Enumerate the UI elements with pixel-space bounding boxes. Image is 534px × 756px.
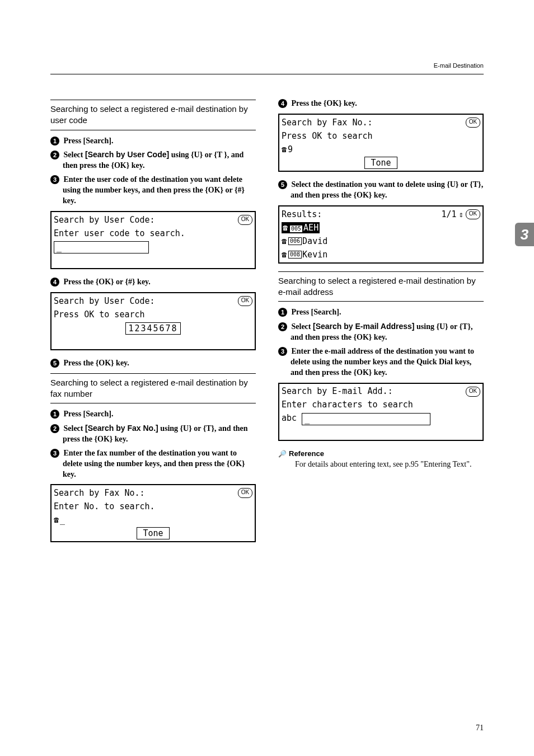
step-4: 4 Press the {OK} or {#} key. xyxy=(63,277,256,288)
input-mode: abc xyxy=(282,412,297,424)
lcd-input: _ xyxy=(54,241,149,253)
header-rule xyxy=(50,74,484,74)
tone-button: Tone xyxy=(364,157,397,169)
reference-header: Reference xyxy=(278,449,484,459)
step-text: Press [Search]. xyxy=(64,137,114,145)
ok-badge: OK xyxy=(466,209,480,219)
lcd-line: Search by E-mail Add.: xyxy=(282,386,393,397)
step-text: Enter the user code of the destination y… xyxy=(63,175,245,205)
step-text-a: Select xyxy=(64,424,85,433)
step-3: 3 Enter the e-mail address of the destin… xyxy=(291,346,484,378)
step-text: Enter the fax number of the destination … xyxy=(63,449,245,478)
ui-label: [Search by Fax No.] xyxy=(85,424,158,433)
lcd-input-text: 9 xyxy=(288,144,293,155)
page-number: 71 xyxy=(476,723,484,734)
phone-icon xyxy=(282,249,288,260)
step-4: 4 Press the {OK} key. xyxy=(291,98,484,109)
step-text-a: Select xyxy=(64,151,85,159)
entry-code: 006 xyxy=(288,237,302,245)
lcd-line: Search by Fax No.: xyxy=(282,117,373,128)
step-2: 2 Select [Search by Fax No.] using {U} o… xyxy=(63,423,256,445)
entry-text: Kevin xyxy=(302,249,327,260)
step-text: Enter the e-mail address of the destinat… xyxy=(291,347,474,377)
ui-label: [Search by E-mail Address] xyxy=(313,322,415,331)
ui-label: [Search by User Code] xyxy=(85,150,169,159)
lcd-line: Results: xyxy=(282,209,322,220)
step-1: 1 Press [Search]. xyxy=(291,307,484,318)
lcd-line: Search by User Code: xyxy=(54,295,155,307)
step-5: 5 Press the {OK} key. xyxy=(63,358,256,369)
entry-code: 008 xyxy=(288,251,302,259)
step-3: 3 Enter the user code of the destination… xyxy=(63,175,256,206)
result-count: 1/1 xyxy=(441,209,456,220)
lcd-search-email: Search by E-mail Add.:OK Enter character… xyxy=(278,383,484,441)
lcd-input: _ xyxy=(302,413,430,425)
step-2: 2 Select [Search by User Code] using {U}… xyxy=(63,149,256,171)
lcd-search-fax: Search by Fax No.:OK Enter No. to search… xyxy=(50,484,256,542)
lcd-line: Search by User Code: xyxy=(54,214,155,226)
step-text: Press the {OK} key. xyxy=(64,359,129,367)
lcd-line: Enter characters to search xyxy=(282,399,413,410)
ok-badge: OK xyxy=(238,296,252,306)
step-5: 5 Select the destination you want to del… xyxy=(291,180,484,201)
reference-text: For details about entering text, see p.9… xyxy=(295,459,484,470)
step-3: 3 Enter the fax number of the destinatio… xyxy=(63,448,256,480)
phone-icon xyxy=(54,514,60,525)
tone-button: Tone xyxy=(137,527,169,539)
lcd-input: 12345678 xyxy=(125,322,180,335)
step-1: 1 Press [Search]. xyxy=(63,409,256,420)
ok-badge: OK xyxy=(238,488,252,498)
step-text: Press the {OK} or {#} key. xyxy=(64,278,151,286)
lcd-line: Enter user code to search. xyxy=(54,228,185,239)
section-title-fax-number: Searching to select a registered e-mail … xyxy=(50,373,256,404)
running-header: E-mail Destination xyxy=(434,62,484,70)
step-text: Select the destination you want to delet… xyxy=(291,180,483,199)
ok-badge: OK xyxy=(238,215,252,225)
phone-icon xyxy=(282,144,288,155)
step-text-a: Select xyxy=(292,322,313,331)
phone-icon xyxy=(282,236,288,247)
updown-icon xyxy=(459,209,463,220)
lcd-input-text: _ xyxy=(60,514,65,525)
lcd-search-user-code: Search by User Code:OK Enter user code t… xyxy=(50,211,256,269)
lcd-search-fax-2: Search by Fax No.:OK Press OK to search … xyxy=(278,114,484,172)
entry-text: David xyxy=(302,236,327,247)
thumb-tab: 3 xyxy=(515,223,534,246)
lcd-results: Results: 1/1 OK 005AEH 006David 008Kevin xyxy=(278,205,484,264)
lcd-line: Search by Fax No.: xyxy=(54,487,145,499)
ok-badge: OK xyxy=(466,118,480,128)
lcd-line: Enter No. to search. xyxy=(54,501,155,512)
step-text: Press [Search]. xyxy=(292,308,341,316)
section-title-email-address: Searching to select a registered e-mail … xyxy=(278,271,484,302)
step-2: 2 Select [Search by E-mail Address] usin… xyxy=(291,321,484,343)
lcd-line: Press OK to search xyxy=(54,309,145,320)
step-1: 1 Press [Search]. xyxy=(63,136,256,147)
result-row-selected: 005AEH xyxy=(282,222,320,233)
step-text: Press [Search]. xyxy=(64,410,114,418)
lcd-line: Press OK to search xyxy=(282,130,373,142)
ok-badge: OK xyxy=(466,387,480,397)
lcd-search-user-code-2: Search by User Code:OK Press OK to searc… xyxy=(50,292,256,350)
step-text: Press the {OK} key. xyxy=(292,99,357,107)
section-title-user-code: Searching to select a registered e-mail … xyxy=(50,100,256,130)
